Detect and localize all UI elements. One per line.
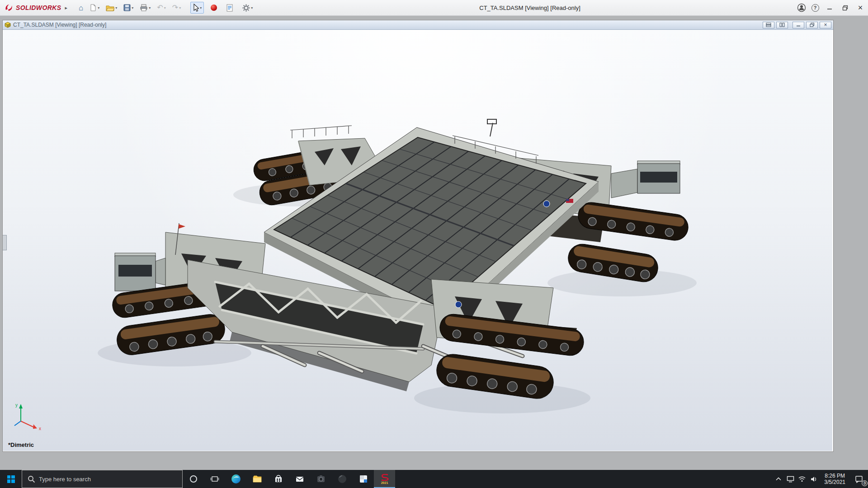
hidden-icons-button[interactable]: [773, 470, 784, 488]
tray-date: 3/5/2021: [824, 479, 845, 485]
system-tray: 8:26 PM 3/5/2021 3: [773, 470, 868, 488]
store-bag-icon: [274, 474, 283, 484]
quick-access-toolbar: ⌂ ▾ ▾: [76, 2, 255, 14]
select-tool-button[interactable]: ▾: [190, 2, 204, 14]
crawler-transporter-model[interactable]: [3, 30, 832, 451]
taskbar-app-edge[interactable]: [225, 470, 246, 488]
orientation-triad[interactable]: y x: [11, 402, 47, 430]
triad-x-label: x: [39, 426, 41, 430]
doc-minimize-button[interactable]: [793, 22, 804, 28]
save-floppy-icon: [123, 4, 131, 11]
tile-horizontal-button[interactable]: [763, 22, 774, 28]
chevron-down-icon[interactable]: ▾: [132, 6, 133, 10]
gear-icon: [242, 4, 250, 12]
wifi-icon: [798, 476, 806, 482]
taskbar-app-store[interactable]: [268, 470, 289, 488]
red-sphere-button[interactable]: [208, 3, 219, 13]
minimize-icon: [827, 5, 832, 10]
brand-text: SOLIDWORKS: [16, 4, 61, 11]
save-button[interactable]: ▾: [121, 2, 136, 13]
control-cab-front-left[interactable]: [115, 253, 165, 291]
edge-browser-icon: [231, 474, 241, 484]
chevron-down-icon[interactable]: ▾: [115, 6, 117, 10]
taskbar-search[interactable]: [22, 470, 183, 488]
search-icon: [28, 475, 35, 483]
taskbar-app-solidworks[interactable]: 2021: [374, 470, 395, 488]
chevron-down-icon[interactable]: ▾: [251, 6, 253, 10]
undo-button[interactable]: ↶ ▾: [155, 2, 168, 13]
undo-icon: ↶: [157, 4, 163, 11]
print-icon: [140, 4, 148, 11]
control-cab-rear-right[interactable]: [611, 161, 680, 198]
document-properties-button[interactable]: [224, 2, 236, 14]
monitor-button[interactable]: [784, 470, 796, 488]
triad-y-label: y: [15, 403, 18, 408]
taskbar-clock[interactable]: 8:26 PM 3/5/2021: [820, 473, 850, 485]
file-explorer-icon: [252, 474, 262, 483]
task-view-button[interactable]: [204, 470, 225, 488]
redo-button[interactable]: ↷ ▾: [170, 2, 183, 13]
railing-rear-left: [290, 126, 352, 138]
cursor-arrow-icon: [193, 4, 199, 12]
solidworks-version-badge: 2021: [381, 481, 388, 484]
tile-horizontal-icon: [766, 23, 771, 27]
viewport-3d[interactable]: y x *Dimetric: [3, 30, 832, 451]
mdi-workspace: CT_TA.SLDASM [Viewing] [Read-only]: [0, 16, 868, 470]
new-document-button[interactable]: ▾: [87, 2, 102, 14]
document-window-controls: ×: [761, 22, 831, 28]
taskbar: 2021: [0, 470, 868, 488]
close-button[interactable]: ×: [853, 2, 868, 14]
mail-envelope-icon: [295, 474, 305, 484]
doc-restore-button[interactable]: [806, 22, 818, 28]
options-button[interactable]: ▾: [240, 2, 255, 14]
taskbar-app-round[interactable]: [331, 470, 353, 488]
print-button[interactable]: ▾: [137, 2, 153, 13]
mast: [487, 119, 496, 136]
chevron-down-icon[interactable]: ▾: [149, 6, 151, 10]
cortana-button[interactable]: [183, 470, 204, 488]
red-sphere-icon: [211, 5, 217, 11]
notification-count-badge: 3: [862, 480, 868, 486]
cortana-icon: [189, 474, 198, 483]
open-button[interactable]: ▾: [104, 3, 119, 13]
tile-vertical-button[interactable]: [776, 22, 788, 28]
chevron-down-icon[interactable]: ▾: [200, 6, 202, 10]
solidworks-brand: SOLIDWORKS: [0, 4, 61, 12]
search-input[interactable]: [39, 476, 177, 483]
close-icon: ×: [858, 4, 863, 12]
taskbar-app-tiles[interactable]: [353, 470, 374, 488]
taskbar-app-file-explorer[interactable]: [246, 470, 268, 488]
toolbar-flyout-arrow-icon[interactable]: ▸: [65, 5, 67, 11]
chevron-down-icon[interactable]: ▾: [98, 6, 99, 10]
tiles-app-icon: [359, 474, 368, 484]
start-button[interactable]: [0, 470, 22, 488]
document-titlebar[interactable]: CT_TA.SLDASM [Viewing] [Read-only]: [3, 20, 833, 30]
minimize-button[interactable]: [822, 2, 837, 14]
action-center-button[interactable]: 3: [850, 470, 868, 488]
view-orientation-label: *Dimetric: [8, 441, 34, 448]
document-window: CT_TA.SLDASM [Viewing] [Read-only]: [3, 20, 833, 451]
doc-close-button[interactable]: ×: [820, 22, 831, 28]
home-icon: ⌂: [79, 4, 83, 12]
network-button[interactable]: [796, 470, 808, 488]
task-view-icon: [210, 475, 219, 483]
restore-icon: [842, 5, 848, 11]
redo-icon: ↷: [172, 4, 178, 11]
account-button[interactable]: [795, 2, 808, 13]
tile-vertical-icon: [779, 23, 785, 27]
home-button[interactable]: ⌂: [76, 2, 85, 14]
taskbar-app-mail[interactable]: [289, 470, 310, 488]
chevron-up-icon: [776, 477, 781, 481]
camera-app-icon: [316, 474, 326, 483]
app-title: CT_TA.SLDASM [Viewing] [Read-only]: [479, 5, 580, 11]
new-document-icon: [90, 4, 97, 12]
help-button[interactable]: ?: [808, 2, 822, 13]
left-splitter-handle[interactable]: [3, 235, 7, 250]
app-titlebar: SOLIDWORKS ▸ ⌂ ▾ ▾: [0, 0, 868, 16]
volume-button[interactable]: [808, 470, 820, 488]
display-icon: [787, 476, 794, 483]
taskbar-app-camera[interactable]: [310, 470, 331, 488]
restore-icon: [810, 23, 815, 27]
close-icon: ×: [824, 22, 827, 28]
restore-button[interactable]: [837, 2, 853, 14]
